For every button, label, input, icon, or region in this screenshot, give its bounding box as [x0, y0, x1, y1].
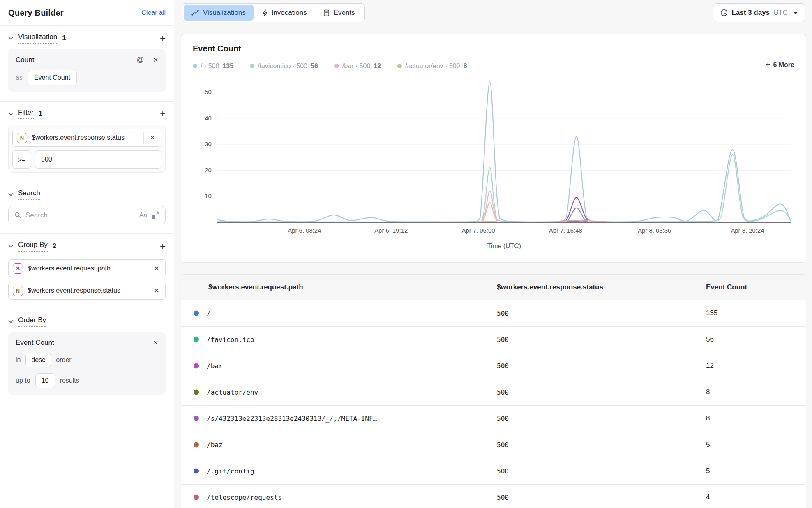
dropdown-caret-icon: [793, 12, 798, 14]
cell-response-status: 500: [497, 388, 706, 396]
up-to-label: up to: [16, 377, 30, 384]
visualization-count: 1: [62, 34, 66, 42]
legend-item[interactable]: /favicon.ico · 500 56: [250, 62, 318, 70]
cell-request-path: /.git/config: [181, 467, 497, 475]
table-row[interactable]: /baz5005: [181, 432, 806, 458]
time-range-button[interactable]: Last 3 days UTC: [713, 3, 805, 22]
svg-text:Apr 8, 20:24: Apr 8, 20:24: [731, 227, 764, 234]
chevron-down-icon[interactable]: [8, 193, 14, 196]
chart-legend: / · 500 135/favicon.ico · 500 56/bar · 5…: [193, 62, 467, 70]
group-by-field-row[interactable]: S$workers.event.request.path✕: [8, 259, 166, 277]
search-section-label[interactable]: Search: [18, 189, 40, 200]
order-by-card: Event Count ✕ in desc order up to result…: [8, 332, 166, 395]
match-case-icon[interactable]: Aa: [139, 212, 147, 219]
remove-order-by-icon[interactable]: ✕: [153, 339, 158, 346]
view-tabs: VisualizationsInvocationsEvents: [182, 3, 365, 22]
search-input[interactable]: [25, 211, 135, 219]
cell-request-path: /baz: [181, 441, 497, 449]
at-icon[interactable]: @: [136, 55, 144, 64]
remove-group-by-icon[interactable]: ✕: [148, 287, 165, 294]
cell-response-status: 500: [497, 362, 706, 370]
number-type-badge: N: [13, 286, 23, 296]
column-header-count: Event Count: [706, 283, 806, 291]
as-label: as: [16, 74, 23, 81]
svg-text:Time (UTC): Time (UTC): [487, 242, 521, 249]
chevron-down-icon[interactable]: [8, 37, 14, 40]
search-icon: [14, 212, 21, 219]
remove-visualization-icon[interactable]: ✕: [153, 56, 158, 64]
filter-field-name: $workers.event.response.status: [32, 134, 143, 141]
filter-section: Filter 1 + N $workers.event.response.sta…: [0, 102, 174, 182]
time-zone-label: UTC: [773, 9, 788, 17]
add-group-by-button[interactable]: +: [160, 242, 166, 250]
cell-response-status: 500: [497, 415, 706, 423]
sidebar-title: Query Builder: [8, 8, 64, 18]
table-row[interactable]: /.git/config5005: [181, 458, 806, 485]
cell-event-count: 135: [706, 309, 806, 317]
cell-event-count: 8: [706, 414, 806, 423]
cell-request-path: /s/432313e22313e28313e2430313/_/;/META-I…: [181, 415, 497, 423]
filter-card: N $workers.event.response.status ✕ >=: [8, 125, 166, 173]
filter-value-input[interactable]: [35, 150, 161, 169]
legend-item[interactable]: / · 500 135: [193, 62, 233, 70]
column-header-status: $workers.event.response.status: [497, 283, 706, 291]
group-by-field-row[interactable]: N$workers.event.response.status✕: [8, 282, 166, 300]
table-row[interactable]: /bar50012: [181, 353, 806, 379]
series-color-dot: [194, 337, 199, 342]
chevron-down-icon[interactable]: [8, 112, 14, 115]
table-row[interactable]: /actuator/env5008: [181, 379, 806, 406]
tab-visualizations[interactable]: Visualizations: [184, 5, 254, 21]
plus-icon: +: [766, 60, 770, 69]
order-by-field-name: Event Count: [16, 339, 54, 347]
cell-event-count: 4: [706, 493, 806, 501]
group-by-count: 2: [53, 242, 56, 250]
filter-section-label[interactable]: Filter: [18, 109, 34, 119]
visualization-section-label[interactable]: Visualization: [18, 33, 57, 44]
table-row[interactable]: /s/432313e22313e28313e2430313/_/;/META-I…: [181, 406, 806, 432]
filter-operator-select[interactable]: >=: [12, 150, 31, 169]
cell-response-status: 500: [497, 336, 706, 344]
tab-events[interactable]: Events: [316, 5, 363, 21]
legend-item[interactable]: /actuator/env · 500 8: [397, 62, 467, 70]
visualization-function-label[interactable]: Count: [16, 56, 34, 64]
event-count-chart-card: Event Count / · 500 135/favicon.ico · 50…: [181, 34, 806, 263]
column-header-path: $workers.event.request.path: [181, 283, 497, 291]
legend-dot: [334, 64, 339, 68]
cell-response-status: 500: [497, 494, 706, 501]
filter-field-row[interactable]: N $workers.event.response.status ✕: [12, 129, 161, 147]
clear-all-button[interactable]: Clear all: [141, 9, 166, 16]
limit-input[interactable]: [35, 373, 55, 388]
table-row[interactable]: /favicon.ico50056: [181, 327, 806, 353]
add-visualization-button[interactable]: +: [160, 34, 166, 42]
svg-text:Apr 6, 08:24: Apr 6, 08:24: [288, 227, 321, 234]
order-direction-select[interactable]: desc: [25, 353, 51, 367]
top-bar: VisualizationsInvocationsEvents Last 3 d…: [174, 0, 812, 25]
sidebar-header: Query Builder Clear all: [0, 0, 174, 26]
cell-response-status: 500: [497, 467, 706, 475]
svg-text:20: 20: [205, 167, 212, 173]
series-color-dot: [194, 416, 199, 421]
group-by-section-label[interactable]: Group By: [18, 241, 48, 252]
order-by-section-label[interactable]: Order By: [18, 316, 46, 327]
remove-group-by-icon[interactable]: ✕: [148, 265, 165, 272]
table-row[interactable]: /500135: [181, 300, 806, 327]
filter-count: 1: [39, 110, 42, 118]
search-section: Search Aa *: [0, 182, 174, 234]
table-row[interactable]: /telescope/requests5004: [181, 485, 806, 508]
series-color-dot: [194, 442, 199, 448]
chevron-down-icon[interactable]: [8, 320, 14, 323]
legend-dot: [250, 64, 254, 68]
events-icon: [323, 9, 330, 16]
chevron-down-icon[interactable]: [8, 245, 14, 248]
cell-event-count: 5: [706, 441, 806, 449]
cell-response-status: 500: [497, 441, 706, 449]
remove-filter-icon[interactable]: ✕: [144, 134, 161, 141]
tab-invocations[interactable]: Invocations: [254, 5, 315, 21]
add-filter-button[interactable]: +: [160, 110, 166, 118]
legend-item[interactable]: /bar · 500 12: [334, 62, 381, 70]
group-by-fields: S$workers.event.request.path✕N$workers.e…: [8, 259, 166, 300]
visualization-alias-field[interactable]: Event Count: [28, 70, 77, 85]
number-type-badge: N: [17, 133, 27, 143]
legend-more-button[interactable]: + 6 More: [766, 60, 794, 72]
regex-icon[interactable]: *: [151, 211, 159, 219]
